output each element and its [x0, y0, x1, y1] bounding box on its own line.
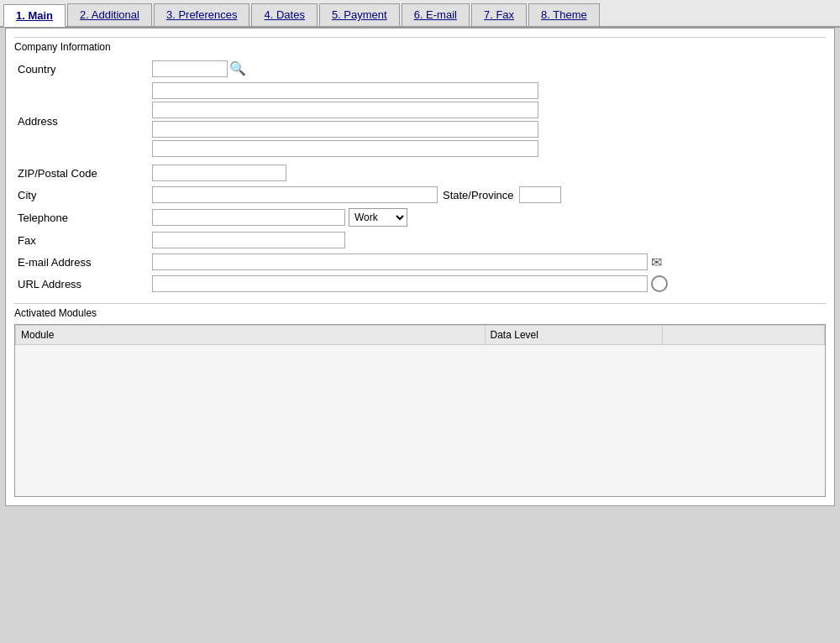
city-input[interactable]	[152, 186, 438, 203]
activated-modules-label: Activated Modules	[14, 303, 826, 319]
address-line-4[interactable]	[152, 140, 538, 157]
table-row-empty-4	[16, 395, 825, 412]
action-col-header	[663, 326, 825, 345]
table-row-empty-5	[16, 412, 825, 429]
url-input[interactable]	[152, 275, 648, 292]
address-line-3[interactable]	[152, 121, 538, 138]
fax-input[interactable]	[152, 232, 345, 248]
email-label: E-mail Address	[14, 251, 149, 273]
url-row	[152, 275, 822, 292]
module-col-header: Module	[16, 326, 486, 345]
modules-table: Module Data Level	[15, 325, 825, 496]
tab-email[interactable]: 6. E-mail	[402, 3, 470, 26]
table-row-empty-2	[16, 362, 825, 379]
email-field-cell: ✉	[149, 251, 826, 273]
country-input-wrap: 🔍	[152, 60, 822, 77]
country-search-button[interactable]: 🔍	[229, 62, 246, 76]
state-input[interactable]	[519, 186, 561, 203]
city-field-cell: State/Province	[149, 184, 826, 206]
datalevel-col-header: Data Level	[485, 326, 663, 345]
fax-field-cell	[149, 229, 826, 251]
company-info-form: Country 🔍 Address	[14, 58, 826, 295]
tab-fax[interactable]: 7. Fax	[471, 3, 527, 26]
address-label: Address	[14, 80, 149, 162]
zip-label: ZIP/Postal Code	[14, 162, 149, 184]
table-row-empty-1	[16, 345, 825, 362]
tab-payment[interactable]: 5. Payment	[319, 3, 400, 26]
city-label: City	[14, 184, 149, 206]
telephone-field-cell: Work Home Mobile Other	[149, 206, 826, 229]
tab-bar: 1. Main 2. Additional 3. Preferences 4. …	[0, 0, 840, 28]
zip-input[interactable]	[152, 165, 286, 181]
modules-table-wrap: Module Data Level	[14, 324, 826, 497]
fax-label: Fax	[14, 229, 149, 251]
telephone-type-select[interactable]: Work Home Mobile Other	[349, 208, 407, 227]
country-field-cell: 🔍	[149, 58, 826, 80]
table-row-empty-8	[16, 463, 825, 479]
search-icon: 🔍	[229, 61, 246, 76]
tab-dates[interactable]: 4. Dates	[251, 3, 317, 26]
city-state-row: State/Province	[152, 186, 822, 203]
url-field-cell	[149, 273, 826, 295]
tab-theme[interactable]: 8. Theme	[528, 3, 600, 26]
email-row: ✉	[152, 254, 822, 270]
country-input[interactable]	[152, 60, 228, 77]
country-label: Country	[14, 58, 149, 80]
table-row-empty-3	[16, 379, 825, 395]
company-info-label: Company Information	[14, 37, 826, 53]
main-content: Company Information Country 🔍	[5, 28, 835, 506]
tab-main[interactable]: 1. Main	[3, 4, 66, 27]
telephone-label: Telephone	[14, 206, 149, 229]
zip-field-cell	[149, 162, 826, 184]
state-label: State/Province	[443, 189, 514, 201]
tab-preferences[interactable]: 3. Preferences	[154, 3, 250, 26]
address-line-2[interactable]	[152, 102, 538, 118]
globe-icon	[651, 275, 668, 292]
email-icon: ✉	[651, 254, 662, 270]
table-row-empty-7	[16, 446, 825, 463]
table-row-empty-6	[16, 429, 825, 446]
url-label: URL Address	[14, 273, 149, 295]
table-row-empty-9	[16, 479, 825, 496]
email-input[interactable]	[152, 254, 648, 270]
activated-modules-section: Activated Modules Module Data Level	[14, 303, 826, 497]
telephone-row: Work Home Mobile Other	[152, 208, 822, 227]
page-wrapper: 1. Main 2. Additional 3. Preferences 4. …	[0, 0, 840, 643]
telephone-input[interactable]	[152, 209, 345, 226]
address-line-1[interactable]	[152, 82, 538, 99]
tab-additional[interactable]: 2. Additional	[67, 3, 152, 26]
address-field-cell	[149, 80, 826, 162]
